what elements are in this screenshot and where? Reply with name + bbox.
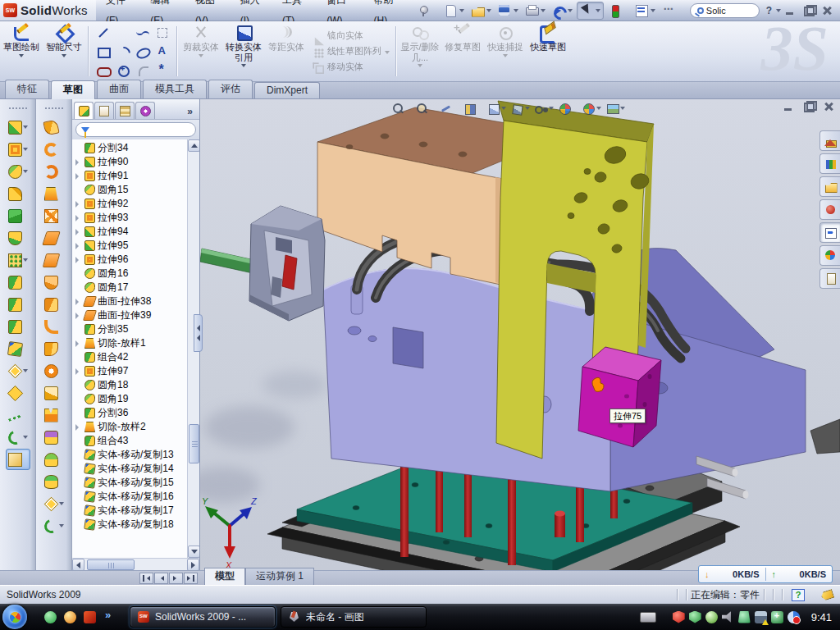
tree-item[interactable]: 拉伸93	[72, 211, 187, 225]
scroll-left-button[interactable]	[72, 559, 84, 571]
command-button[interactable]: 等距实体	[265, 21, 308, 81]
search-input[interactable]: Solic	[706, 6, 726, 16]
sketch-tool-button[interactable]	[113, 62, 132, 80]
toolbar-button[interactable]	[6, 382, 30, 404]
toolbar-button[interactable]	[6, 227, 30, 249]
tree-item[interactable]: 拉伸90	[72, 155, 187, 169]
toolbar-button[interactable]	[42, 382, 66, 404]
tree-item[interactable]: 拉伸96	[72, 253, 187, 267]
toolbar-button[interactable]	[6, 116, 30, 138]
toolbar-button[interactable]	[42, 404, 66, 426]
tree-item[interactable]: 实体-移动/复制18	[72, 518, 187, 532]
toolbar-button[interactable]	[42, 294, 66, 315]
view-tool-button[interactable]	[559, 103, 578, 115]
task-pane-tab[interactable]	[819, 176, 840, 197]
expand-arrow-icon[interactable]	[75, 201, 82, 208]
sketch-tool-button[interactable]	[153, 24, 171, 42]
toolbar-button[interactable]	[42, 205, 66, 226]
expand-arrow-icon[interactable]	[75, 229, 82, 235]
sketch-tool-button[interactable]	[113, 43, 132, 61]
tab-featuremanager[interactable]	[74, 102, 94, 119]
horizontal-scrollbar[interactable]	[72, 558, 199, 570]
tab[interactable]: 特征	[5, 80, 49, 98]
ejector-pin[interactable]	[555, 511, 565, 538]
command-button[interactable]: 智能尺寸	[43, 21, 85, 81]
doc-minimize-button[interactable]	[783, 101, 796, 112]
tree-item[interactable]: 分割35	[72, 322, 187, 336]
toolbar-button[interactable]	[6, 272, 30, 293]
last-tab-button[interactable]	[184, 573, 198, 584]
tray-icon[interactable]	[705, 611, 718, 623]
toolbar-button[interactable]	[660, 2, 685, 19]
tree-item[interactable]: 切除-放样2	[72, 420, 187, 434]
nozzle-tube[interactable]	[200, 249, 257, 273]
view-tool-button[interactable]	[416, 103, 435, 115]
toolbar-button[interactable]	[495, 2, 521, 19]
toolbar-button[interactable]	[42, 493, 66, 514]
toolbar-button[interactable]	[6, 249, 30, 271]
task-pane-tab[interactable]	[819, 130, 840, 151]
sketch-tool-button[interactable]	[94, 62, 112, 80]
tree-item[interactable]: 实体-移动/复制15	[72, 476, 187, 490]
command-button[interactable]: 修复草图	[441, 21, 484, 81]
tree-item[interactable]: 拉伸95	[72, 239, 187, 253]
task-pane-tab[interactable]	[819, 245, 840, 266]
expand-arrow-icon[interactable]	[75, 368, 82, 375]
toolbar-button[interactable]	[42, 183, 66, 204]
tab[interactable]: 模具工具	[143, 80, 207, 98]
core-clamp[interactable]	[249, 206, 325, 321]
tray-icon[interactable]	[673, 611, 685, 623]
tree-item[interactable]: 组合43	[72, 434, 187, 448]
toolbar-button[interactable]	[42, 272, 66, 293]
toolbar-button[interactable]	[414, 2, 440, 19]
keyboard-layout-icon[interactable]	[640, 612, 656, 623]
tray-icon[interactable]	[788, 611, 800, 623]
toolbar-button[interactable]	[42, 338, 66, 359]
expand-arrow-icon[interactable]	[75, 340, 82, 347]
toolbar-button[interactable]	[632, 2, 658, 19]
toolbar-button[interactable]	[6, 316, 30, 337]
tray-icon[interactable]	[722, 611, 734, 623]
command-button[interactable]: 线性草图阵列	[311, 45, 390, 58]
tab[interactable]: DimXpert	[254, 82, 320, 98]
toolbar-button[interactable]	[577, 2, 604, 20]
task-pane-tab[interactable]	[819, 268, 840, 289]
sketch-tool-button[interactable]	[153, 43, 171, 61]
tab-propertymanager[interactable]	[94, 102, 114, 119]
toolbar-button[interactable]	[6, 161, 30, 182]
command-button[interactable]: 草图绘制	[0, 21, 43, 81]
sketch-tool-button[interactable]	[94, 24, 112, 42]
tab[interactable]: 曲面	[97, 80, 141, 98]
doc-restore-button[interactable]	[802, 101, 815, 112]
panel-splitter[interactable]	[194, 314, 203, 352]
toolbar-button[interactable]	[42, 116, 66, 138]
sketch-tool-button[interactable]	[133, 24, 152, 42]
tab[interactable]: 草图	[51, 80, 95, 99]
expand-arrow-icon[interactable]	[75, 159, 82, 166]
command-button[interactable]: 移动实体	[311, 61, 390, 74]
quick-launch-icon[interactable]	[103, 610, 116, 624]
task-pane-tab[interactable]	[819, 153, 840, 174]
toolbar-button[interactable]	[42, 515, 66, 536]
toolbar-button[interactable]	[550, 2, 575, 19]
task-pane-tab[interactable]	[819, 199, 840, 220]
first-tab-button[interactable]	[139, 573, 153, 584]
toolbar-button[interactable]	[6, 139, 30, 160]
next-tab-button[interactable]	[169, 573, 183, 584]
toolbar-button[interactable]	[42, 471, 66, 492]
model-canvas[interactable]: Y Z X	[200, 99, 840, 570]
tree-item[interactable]: 拉伸92	[72, 197, 187, 211]
view-tool-button[interactable]	[535, 103, 554, 115]
tree-item[interactable]: 曲面-拉伸38	[72, 294, 187, 308]
tag-icon[interactable]	[820, 588, 835, 600]
tray-icon[interactable]	[738, 611, 751, 623]
toolbar-button[interactable]	[6, 449, 30, 470]
view-tool-button[interactable]	[463, 103, 482, 115]
prev-tab-button[interactable]	[154, 573, 168, 584]
view-tool-button[interactable]	[392, 103, 411, 115]
tree-item[interactable]: 实体-移动/复制13	[72, 448, 187, 462]
tree-item[interactable]: 实体-移动/复制14	[72, 462, 187, 476]
view-tool-button[interactable]	[487, 103, 506, 115]
toolbar-button[interactable]	[42, 427, 66, 448]
toolbar-button[interactable]	[523, 2, 548, 19]
